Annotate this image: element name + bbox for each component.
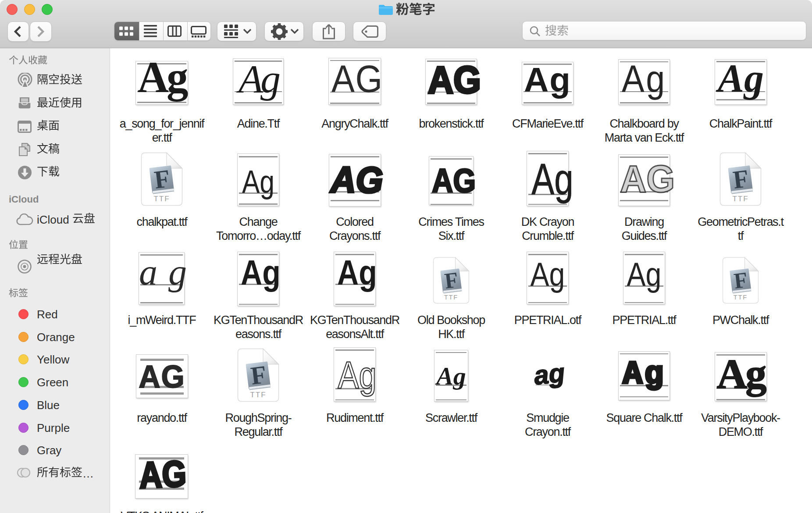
svg-text:TTF: TTF <box>444 294 458 301</box>
svg-text:TTF: TTF <box>732 195 748 203</box>
svg-text:TTF: TTF <box>734 294 748 301</box>
svg-text:TTF: TTF <box>250 391 266 399</box>
svg-text:TTF: TTF <box>153 195 170 203</box>
